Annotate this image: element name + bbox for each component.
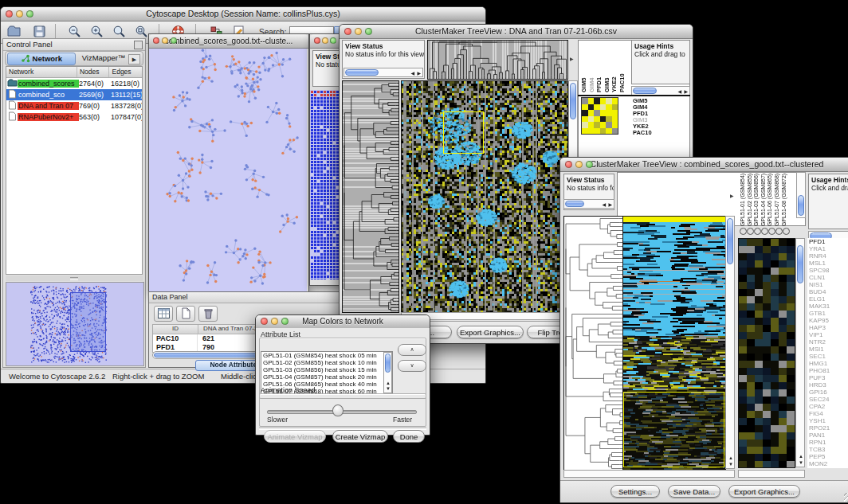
zoom-button[interactable] [281,318,289,325]
zoom-button[interactable] [171,37,177,44]
close-button[interactable] [314,37,320,44]
zoom-heatmap[interactable] [581,97,618,135]
scroll-up-arrow[interactable]: ▲ [386,381,391,385]
attribute-list-item[interactable]: GPL51-03 (GSM856) heat shock 15 min [261,366,392,373]
flip-column-icon[interactable] [747,228,754,235]
scroll-up-arrow[interactable]: ▲ [728,455,733,460]
scroll-left-arrow[interactable]: ◀ [677,89,681,94]
network-table-header[interactable]: Network Nodes Edges [6,67,142,78]
main-title-bar[interactable]: Cytoscape Desktop (Session Name: collins… [1,7,485,21]
more-tabs-button[interactable]: ▶ [128,54,140,64]
attribute-list-item[interactable]: GPL51-04 (GSM857) heat shock 20 min [261,373,392,381]
network-canvas[interactable] [149,49,307,291]
gene-list[interactable]: PFD1YRA1RNR4MSL1SPC98CLN1NIS1BUD4ELG1MAK… [807,238,848,468]
view-status-hscrollbar[interactable]: ◀ ▶ [563,199,614,209]
zoom-in-icon[interactable] [90,25,104,39]
float-panel-icon[interactable] [134,41,143,49]
settings-button[interactable]: Settings... [610,485,660,498]
minimize-button[interactable] [322,37,328,44]
scroll-down-arrow[interactable]: ▼ [728,462,733,467]
scroll-right-arrow[interactable]: ▶ [608,202,612,207]
global-heatmap[interactable] [622,216,726,471]
scroll-right-arrow[interactable]: ▶ [684,89,688,94]
create-vizmap-button[interactable]: Create Vizmap [332,430,388,443]
row-dendrogram[interactable] [342,80,399,313]
save-session-icon[interactable] [33,25,47,39]
attribute-list-item[interactable]: GPL51-01 (GSM854) heat shock 05 min [261,352,392,359]
splitter-arrow-icon[interactable]: ▶ [730,193,734,198]
scrollbar-thumb[interactable] [345,69,379,76]
network-overview-panel[interactable] [6,282,144,366]
export-graphics-button[interactable]: Export Graphics... [728,485,800,498]
close-button[interactable] [6,10,13,18]
network-view-title-bar[interactable]: combined_scores_good.txt--cluste... [149,34,308,49]
minimize-button[interactable] [271,318,278,325]
flip-column-icon[interactable] [754,228,761,235]
zoom-button[interactable] [26,10,33,18]
zoom-fit-icon[interactable] [135,25,149,39]
close-button[interactable] [261,318,268,325]
resize-grip[interactable] [844,493,848,502]
scroll-down-arrow[interactable]: ▼ [799,460,803,465]
row-dendrogram[interactable] [563,216,624,471]
new-attribute-icon[interactable] [176,306,195,322]
zoom-button[interactable] [586,161,593,168]
network-list-row[interactable]: RNAPuberNov2+563(0)107847(0) [6,111,142,123]
speed-slider-thumb[interactable] [332,404,344,416]
minimize-button[interactable] [162,37,168,44]
save-data-button[interactable]: Save Data... [668,485,720,498]
zoom-heatmap[interactable] [738,238,795,468]
panel-splitter[interactable] [6,275,143,281]
move-up-button[interactable]: ∧ [398,344,426,356]
zoom-button[interactable] [330,37,336,44]
zoom-out-icon[interactable] [68,25,82,39]
close-button[interactable] [565,161,572,168]
scrollbar-thumb[interactable] [570,83,576,119]
attribute-list-vscrollbar[interactable]: ▲ ▼ [383,352,392,393]
attribute-list-item[interactable]: GPL51-02 (GSM855) heat shock 10 min [261,359,392,366]
flip-column-icon[interactable] [761,228,768,235]
close-button[interactable] [153,37,159,44]
flip-column-icon[interactable] [768,228,775,235]
flip-column-icon[interactable] [775,228,783,235]
heatmap-vscrollbar[interactable]: ▲ ▼ [725,216,735,469]
export-graphics-button[interactable]: Export Graphics... [457,326,524,338]
scroll-down-arrow[interactable]: ▼ [386,386,391,391]
flip-column-icon[interactable] [783,228,790,235]
zoom-vscrollbar[interactable]: ▲ ▼ [795,238,805,467]
scroll-right-arrow[interactable]: ▶ [417,71,421,76]
open-session-icon[interactable] [7,25,22,39]
heatmap-hscrollbar[interactable] [563,470,735,478]
minimize-button[interactable] [575,161,583,168]
column-dendrogram[interactable] [427,40,568,80]
view-status-hscrollbar[interactable]: ◀ ▶ [344,68,423,77]
flip-column-icon[interactable] [740,228,747,235]
minimize-button[interactable] [16,10,23,18]
scroll-left-arrow[interactable]: ◀ [410,71,414,76]
labels-vscrollbar[interactable] [796,172,806,218]
zoom-hscrollbar[interactable] [738,470,805,478]
dialog-title-bar[interactable]: Map Colors to Network [256,315,430,329]
column-id[interactable]: ID [153,325,198,334]
scrollbar-thumb[interactable] [727,218,733,264]
tab-network[interactable]: Network [7,53,76,65]
zoom-selected-icon[interactable] [112,25,127,39]
zoom-button[interactable] [365,28,372,35]
attribute-table-icon[interactable] [154,306,173,322]
move-down-button[interactable]: ∨ [398,360,426,372]
splitter-arrow-icon[interactable]: ▶ [570,57,574,61]
close-button[interactable] [344,28,351,35]
scroll-up-arrow[interactable]: ▲ [799,454,803,459]
scrollbar-thumb[interactable] [633,88,657,94]
scrollbar-thumb[interactable] [565,201,584,207]
scrollbar-thumb[interactable] [797,245,803,283]
scroll-left-arrow[interactable]: ◀ [602,202,606,207]
scrollbar-thumb[interactable] [385,354,391,373]
network-list-row[interactable]: DNA and Tran 07769(0)183728(0) [6,100,142,111]
scrollbar-thumb[interactable] [798,195,804,216]
global-heatmap[interactable] [401,80,568,313]
network-list-row[interactable]: combined_scores2764(0)16218(0) [6,78,142,89]
gene-list[interactable]: GIM5GIM4PFD1GIM3YKE2PAC10 [633,98,652,136]
delete-attribute-icon[interactable] [198,306,218,322]
network-list-row[interactable]: combined_sco2569(6)13112(15) [6,89,142,100]
